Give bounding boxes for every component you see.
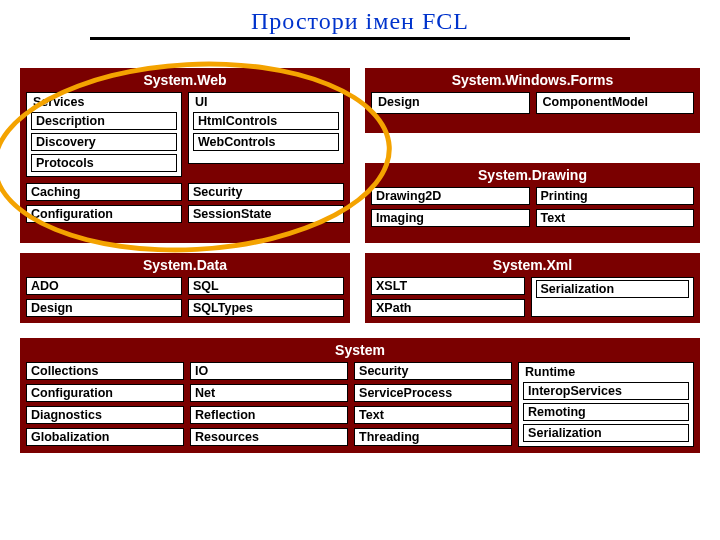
panel-system-windows-forms: System.Windows.Forms Design ComponentMod… <box>365 68 700 133</box>
ns-item: Caching <box>26 183 182 201</box>
subpanel-ui: UI HtmlControls WebControls <box>188 92 344 164</box>
subpanel-title: UI <box>193 95 339 109</box>
ns-item: Serialization <box>536 280 690 298</box>
subpanel: Design <box>371 92 530 114</box>
panel-system-web: System.Web Services Description Discover… <box>20 68 350 243</box>
ns-item: WebControls <box>193 133 339 151</box>
ns-item: Security <box>188 183 344 201</box>
subpanel-services: Services Description Discovery Protocols <box>26 92 182 177</box>
panel-title: System <box>26 342 694 358</box>
ns-item: IO <box>190 362 348 380</box>
ns-item: SQLTypes <box>188 299 344 317</box>
ns-item: SessionState <box>188 205 344 223</box>
panel-title: System.Drawing <box>371 167 694 183</box>
subpanel-runtime: Runtime InteropServices Remoting Seriali… <box>518 362 694 447</box>
panel-system: System Collections Configuration Diagnos… <box>20 338 700 453</box>
ns-item: Security <box>354 362 512 380</box>
ns-item: Design <box>376 95 525 109</box>
panel-system-xml: System.Xml XSLT XPath Serialization <box>365 253 700 323</box>
subpanel: ComponentModel <box>536 92 695 114</box>
panel-system-drawing: System.Drawing Drawing2D Imaging Printin… <box>365 163 700 243</box>
ns-item: Configuration <box>26 384 184 402</box>
ns-item: XPath <box>371 299 525 317</box>
ns-item: Design <box>26 299 182 317</box>
ns-item: Printing <box>536 187 695 205</box>
ns-item: Resources <box>190 428 348 446</box>
panel-title: System.Xml <box>371 257 694 273</box>
panel-title: System.Data <box>26 257 344 273</box>
ns-item: Discovery <box>31 133 177 151</box>
ns-item: Configuration <box>26 205 182 223</box>
ns-item: Drawing2D <box>371 187 530 205</box>
ns-item: Description <box>31 112 177 130</box>
ns-item: Protocols <box>31 154 177 172</box>
ns-item: Serialization <box>523 424 689 442</box>
ns-item: InteropServices <box>523 382 689 400</box>
ns-item: ADO <box>26 277 182 295</box>
ns-item: Net <box>190 384 348 402</box>
subpanel-title: Services <box>31 95 177 109</box>
title-underline <box>90 37 630 40</box>
ns-item: Reflection <box>190 406 348 424</box>
page-title: Простори імен FCL <box>0 8 720 35</box>
ns-item: Imaging <box>371 209 530 227</box>
ns-item: SQL <box>188 277 344 295</box>
ns-item: Text <box>354 406 512 424</box>
ns-item: Collections <box>26 362 184 380</box>
subpanel: Serialization <box>531 277 695 317</box>
ns-item: HtmlControls <box>193 112 339 130</box>
panel-system-data: System.Data ADO Design SQL SQLTypes <box>20 253 350 323</box>
ns-item: Text <box>536 209 695 227</box>
ns-item: XSLT <box>371 277 525 295</box>
ns-item: Remoting <box>523 403 689 421</box>
ns-item: Threading <box>354 428 512 446</box>
ns-item: Globalization <box>26 428 184 446</box>
ns-item: ServiceProcess <box>354 384 512 402</box>
ns-item: Diagnostics <box>26 406 184 424</box>
ns-item: ComponentModel <box>541 95 690 109</box>
subpanel-title: Runtime <box>523 365 689 379</box>
panel-title: System.Web <box>26 72 344 88</box>
panel-title: System.Windows.Forms <box>371 72 694 88</box>
